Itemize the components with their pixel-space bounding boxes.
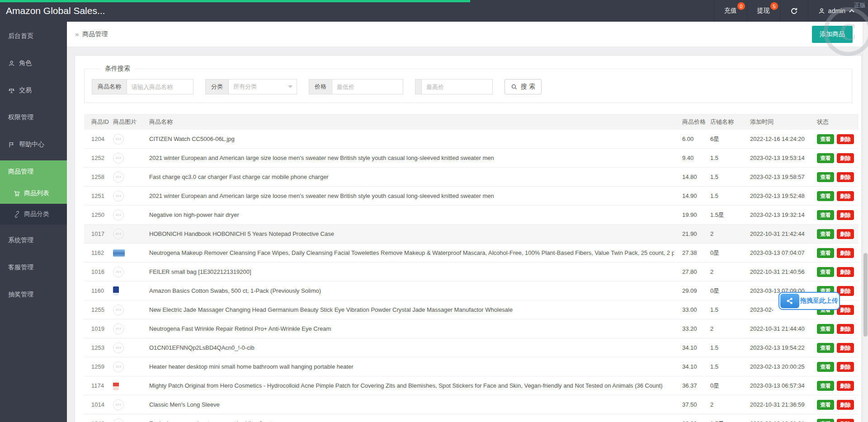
sidebar-item-help-center[interactable]: 帮助中心 <box>0 133 67 156</box>
product-image-cell: 404 <box>113 305 149 315</box>
main-area: » 商品管理 添加商品 条件搜索 商品名称 分类 所有分类 价格 <box>67 22 863 422</box>
breadcrumb-arrow-icon: » <box>75 30 79 38</box>
vertical-scrollbar-thumb[interactable] <box>863 253 868 337</box>
store-name-cell: 1.5星 <box>710 211 750 219</box>
product-name-input[interactable] <box>127 79 193 94</box>
product-id-cell: 1019 <box>84 325 113 332</box>
product-image-cell <box>113 249 149 257</box>
sidebar-item-trade[interactable]: 交易 <box>0 79 67 102</box>
delete-button[interactable]: 删除 <box>837 362 854 372</box>
product-price-cell: 37.50 <box>674 401 710 408</box>
delete-button[interactable]: 删除 <box>837 400 854 410</box>
view-button[interactable]: 查看 <box>817 362 834 372</box>
sidebar-item-dashboard[interactable]: 后台首页 <box>0 25 67 47</box>
topbar: Amazon Global Sales... 充值 0 提现 5 admin <box>0 0 868 22</box>
max-price-addon <box>415 79 421 94</box>
view-button[interactable]: 查看 <box>817 419 834 422</box>
image-404-placeholder: 404 <box>113 153 124 164</box>
delete-button[interactable]: 删除 <box>837 229 854 239</box>
view-button[interactable]: 查看 <box>817 153 834 163</box>
product-id-cell: 1255 <box>84 306 113 313</box>
sidebar-item-label: 客服管理 <box>8 263 33 272</box>
delete-button[interactable]: 删除 <box>837 191 854 201</box>
sidebar-item-label: 商品列表 <box>24 189 49 197</box>
delete-button[interactable]: 删除 <box>837 343 854 353</box>
category-select[interactable]: 所有分类 <box>228 79 297 94</box>
delete-button[interactable]: 删除 <box>837 210 854 220</box>
view-button[interactable]: 查看 <box>817 267 834 277</box>
view-button[interactable]: 查看 <box>817 343 834 353</box>
status-cell: 查看删除 <box>817 248 859 258</box>
sidebar-item-customer-service[interactable]: 客服管理 <box>0 256 67 279</box>
refresh-button[interactable] <box>780 0 808 22</box>
status-cell: 查看删除 <box>817 362 859 372</box>
product-image-cell: 404 <box>113 361 149 372</box>
sidebar-item-lottery[interactable]: 抽奖管理 <box>0 283 67 306</box>
drag-upload-label: 拖拽至此上传 <box>799 297 839 305</box>
product-price-cell: 33.00 <box>674 306 710 313</box>
withdraw-badge: 5 <box>770 2 778 10</box>
product-table: 商品ID商品图片商品名称商品价格店铺名称添加时间状态 1204404CITIZE… <box>84 114 859 422</box>
delete-button[interactable]: 删除 <box>837 248 854 258</box>
store-name-cell: 0星 <box>710 249 750 257</box>
product-price-cell: 38.00 <box>674 420 710 422</box>
price-label: 价格 <box>309 79 332 94</box>
added-time-cell: 2023-02-13 19:52:48 <box>750 192 817 199</box>
delete-button[interactable]: 删除 <box>837 153 854 163</box>
product-id-cell: 1162 <box>84 249 113 256</box>
image-404-placeholder: 404 <box>113 305 124 315</box>
drag-upload-dropzone[interactable]: 拖拽至此上传 <box>778 292 840 310</box>
sidebar-item-product-management[interactable]: 商品管理 <box>0 160 67 183</box>
search-button[interactable]: 搜 索 <box>505 79 542 94</box>
user-name: admin <box>828 7 845 14</box>
image-404-placeholder: 404 <box>113 191 124 202</box>
page-load-progress-bar <box>0 0 470 2</box>
product-name-cell: Neutrogena Makeup Remover Cleansing Face… <box>149 249 674 256</box>
view-button[interactable]: 查看 <box>817 229 834 239</box>
cloud-share-icon <box>780 294 799 308</box>
delete-button[interactable]: 删除 <box>837 134 854 144</box>
sidebar-item-permissions[interactable]: 权限管理 <box>0 106 67 129</box>
max-price-input[interactable] <box>421 79 493 94</box>
delete-button[interactable]: 删除 <box>837 381 854 391</box>
view-button[interactable]: 查看 <box>817 400 834 410</box>
min-price-input[interactable] <box>332 79 403 94</box>
withdraw-button[interactable]: 提现 5 <box>747 0 780 22</box>
view-button[interactable]: 查看 <box>817 134 834 144</box>
product-name-cell: Amazon Basics Cotton Swabs, 500 ct, 1-Pa… <box>149 287 674 294</box>
sidebar-item-label: 商品分类 <box>24 210 49 218</box>
store-name-cell: 0星 <box>710 382 750 390</box>
view-button[interactable]: 查看 <box>817 172 834 182</box>
sidebar-item-roles[interactable]: 角色 <box>0 52 67 75</box>
add-product-button[interactable]: 添加商品 <box>812 26 853 43</box>
delete-button[interactable]: 删除 <box>837 419 854 422</box>
view-button[interactable]: 查看 <box>817 381 834 391</box>
store-name-cell: 1.5 <box>710 344 750 351</box>
view-button[interactable]: 查看 <box>817 324 834 334</box>
delete-button[interactable]: 删除 <box>837 172 854 182</box>
sidebar-item-product-list[interactable]: 商品列表 <box>0 183 67 204</box>
search-form: 商品名称 分类 所有分类 价格 <box>92 79 844 94</box>
view-button[interactable]: 查看 <box>817 191 834 201</box>
user-icon <box>8 60 15 67</box>
recharge-button[interactable]: 充值 0 <box>714 0 747 22</box>
product-price-cell: 33.20 <box>674 325 710 332</box>
product-image-cell: 404 <box>113 153 149 164</box>
status-cell: 查看删除 <box>817 229 859 239</box>
delete-button[interactable]: 删除 <box>837 324 854 334</box>
view-button[interactable]: 查看 <box>817 210 834 220</box>
delete-button[interactable]: 删除 <box>837 267 854 277</box>
product-image-cell: 404 <box>113 210 149 220</box>
view-button[interactable]: 查看 <box>817 248 834 258</box>
sidebar-item-product-category[interactable]: 商品分类 <box>0 204 67 225</box>
table-body: 1204404CITIZEN Watch CC5006-06L.jpg6.006… <box>84 130 859 422</box>
sidebar-item-system[interactable]: 系统管理 <box>0 229 67 252</box>
product-price-cell: 14.80 <box>674 173 710 180</box>
sidebar-item-label: 交易 <box>19 86 32 94</box>
flag-icon <box>8 141 15 148</box>
category-selected-value: 所有分类 <box>233 83 257 91</box>
sidebar-nav: 后台首页角色交易权限管理帮助中心商品管理商品列表商品分类系统管理客服管理抽奖管理 <box>0 22 67 422</box>
store-name-cell: 1.5 <box>710 173 750 180</box>
product-name-cell: Classic Men's Long Sleeve <box>149 401 674 408</box>
vertical-scrollbar-track <box>863 22 868 422</box>
